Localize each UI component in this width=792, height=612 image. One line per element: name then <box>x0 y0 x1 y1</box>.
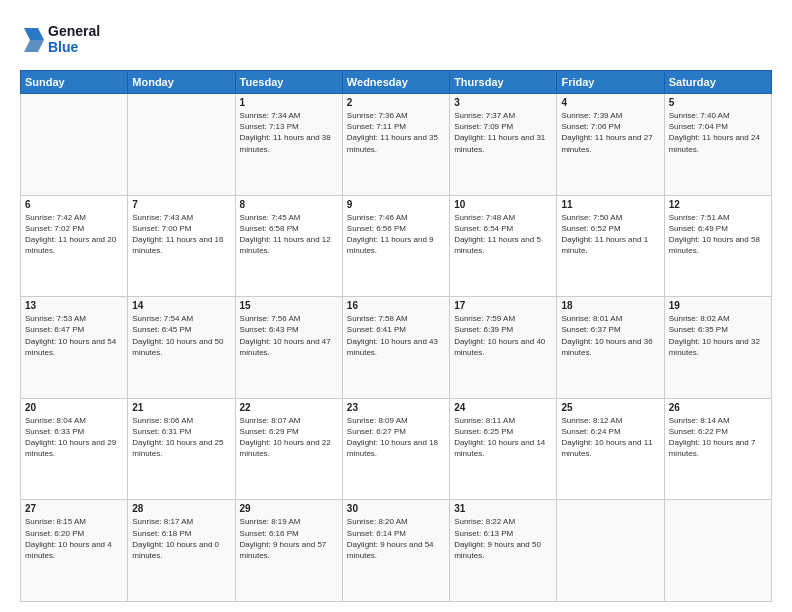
day-number: 15 <box>240 300 338 311</box>
day-info: Sunrise: 7:48 AM Sunset: 6:54 PM Dayligh… <box>454 212 552 257</box>
day-cell: 20Sunrise: 8:04 AM Sunset: 6:33 PM Dayli… <box>21 398 128 500</box>
day-number: 2 <box>347 97 445 108</box>
day-number: 21 <box>132 402 230 413</box>
day-cell: 6Sunrise: 7:42 AM Sunset: 7:02 PM Daylig… <box>21 195 128 297</box>
day-info: Sunrise: 7:34 AM Sunset: 7:13 PM Dayligh… <box>240 110 338 155</box>
day-header-friday: Friday <box>557 71 664 94</box>
day-cell: 22Sunrise: 8:07 AM Sunset: 6:29 PM Dayli… <box>235 398 342 500</box>
day-number: 23 <box>347 402 445 413</box>
day-number: 27 <box>25 503 123 514</box>
day-info: Sunrise: 7:46 AM Sunset: 6:56 PM Dayligh… <box>347 212 445 257</box>
day-cell: 16Sunrise: 7:58 AM Sunset: 6:41 PM Dayli… <box>342 297 449 399</box>
day-cell: 19Sunrise: 8:02 AM Sunset: 6:35 PM Dayli… <box>664 297 771 399</box>
day-cell: 3Sunrise: 7:37 AM Sunset: 7:09 PM Daylig… <box>450 94 557 196</box>
day-number: 9 <box>347 199 445 210</box>
day-cell: 14Sunrise: 7:54 AM Sunset: 6:45 PM Dayli… <box>128 297 235 399</box>
day-cell: 2Sunrise: 7:36 AM Sunset: 7:11 PM Daylig… <box>342 94 449 196</box>
day-header-tuesday: Tuesday <box>235 71 342 94</box>
day-info: Sunrise: 8:14 AM Sunset: 6:22 PM Dayligh… <box>669 415 767 460</box>
page: General Blue SundayMondayTuesdayWednesda… <box>0 0 792 612</box>
day-info: Sunrise: 8:15 AM Sunset: 6:20 PM Dayligh… <box>25 516 123 561</box>
day-cell: 24Sunrise: 8:11 AM Sunset: 6:25 PM Dayli… <box>450 398 557 500</box>
day-info: Sunrise: 7:59 AM Sunset: 6:39 PM Dayligh… <box>454 313 552 358</box>
day-number: 19 <box>669 300 767 311</box>
day-number: 6 <box>25 199 123 210</box>
week-row-5: 27Sunrise: 8:15 AM Sunset: 6:20 PM Dayli… <box>21 500 772 602</box>
day-number: 1 <box>240 97 338 108</box>
calendar: SundayMondayTuesdayWednesdayThursdayFrid… <box>20 70 772 602</box>
day-info: Sunrise: 7:42 AM Sunset: 7:02 PM Dayligh… <box>25 212 123 257</box>
day-info: Sunrise: 7:56 AM Sunset: 6:43 PM Dayligh… <box>240 313 338 358</box>
day-cell: 13Sunrise: 7:53 AM Sunset: 6:47 PM Dayli… <box>21 297 128 399</box>
day-number: 17 <box>454 300 552 311</box>
day-cell: 15Sunrise: 7:56 AM Sunset: 6:43 PM Dayli… <box>235 297 342 399</box>
svg-text:General: General <box>48 23 100 39</box>
day-number: 7 <box>132 199 230 210</box>
day-info: Sunrise: 8:02 AM Sunset: 6:35 PM Dayligh… <box>669 313 767 358</box>
day-cell: 21Sunrise: 8:06 AM Sunset: 6:31 PM Dayli… <box>128 398 235 500</box>
day-info: Sunrise: 7:58 AM Sunset: 6:41 PM Dayligh… <box>347 313 445 358</box>
day-info: Sunrise: 7:36 AM Sunset: 7:11 PM Dayligh… <box>347 110 445 155</box>
day-cell <box>557 500 664 602</box>
day-info: Sunrise: 7:43 AM Sunset: 7:00 PM Dayligh… <box>132 212 230 257</box>
day-cell: 8Sunrise: 7:45 AM Sunset: 6:58 PM Daylig… <box>235 195 342 297</box>
day-number: 16 <box>347 300 445 311</box>
day-number: 11 <box>561 199 659 210</box>
day-info: Sunrise: 8:11 AM Sunset: 6:25 PM Dayligh… <box>454 415 552 460</box>
day-cell: 17Sunrise: 7:59 AM Sunset: 6:39 PM Dayli… <box>450 297 557 399</box>
day-cell: 10Sunrise: 7:48 AM Sunset: 6:54 PM Dayli… <box>450 195 557 297</box>
day-number: 13 <box>25 300 123 311</box>
day-cell: 29Sunrise: 8:19 AM Sunset: 6:16 PM Dayli… <box>235 500 342 602</box>
day-number: 28 <box>132 503 230 514</box>
day-info: Sunrise: 8:22 AM Sunset: 6:13 PM Dayligh… <box>454 516 552 561</box>
day-cell <box>128 94 235 196</box>
day-info: Sunrise: 7:40 AM Sunset: 7:04 PM Dayligh… <box>669 110 767 155</box>
day-number: 5 <box>669 97 767 108</box>
day-cell: 30Sunrise: 8:20 AM Sunset: 6:14 PM Dayli… <box>342 500 449 602</box>
day-info: Sunrise: 7:51 AM Sunset: 6:49 PM Dayligh… <box>669 212 767 257</box>
day-info: Sunrise: 8:20 AM Sunset: 6:14 PM Dayligh… <box>347 516 445 561</box>
day-cell <box>21 94 128 196</box>
day-cell: 4Sunrise: 7:39 AM Sunset: 7:06 PM Daylig… <box>557 94 664 196</box>
day-cell <box>664 500 771 602</box>
calendar-table: SundayMondayTuesdayWednesdayThursdayFrid… <box>20 70 772 602</box>
day-cell: 9Sunrise: 7:46 AM Sunset: 6:56 PM Daylig… <box>342 195 449 297</box>
day-info: Sunrise: 8:07 AM Sunset: 6:29 PM Dayligh… <box>240 415 338 460</box>
day-number: 29 <box>240 503 338 514</box>
day-info: Sunrise: 8:09 AM Sunset: 6:27 PM Dayligh… <box>347 415 445 460</box>
day-cell: 7Sunrise: 7:43 AM Sunset: 7:00 PM Daylig… <box>128 195 235 297</box>
day-info: Sunrise: 8:12 AM Sunset: 6:24 PM Dayligh… <box>561 415 659 460</box>
day-number: 31 <box>454 503 552 514</box>
day-info: Sunrise: 7:37 AM Sunset: 7:09 PM Dayligh… <box>454 110 552 155</box>
day-number: 14 <box>132 300 230 311</box>
day-cell: 27Sunrise: 8:15 AM Sunset: 6:20 PM Dayli… <box>21 500 128 602</box>
day-header-thursday: Thursday <box>450 71 557 94</box>
day-header-monday: Monday <box>128 71 235 94</box>
svg-text:Blue: Blue <box>48 39 79 55</box>
day-info: Sunrise: 8:19 AM Sunset: 6:16 PM Dayligh… <box>240 516 338 561</box>
day-number: 26 <box>669 402 767 413</box>
day-number: 20 <box>25 402 123 413</box>
day-number: 18 <box>561 300 659 311</box>
day-number: 24 <box>454 402 552 413</box>
day-cell: 18Sunrise: 8:01 AM Sunset: 6:37 PM Dayli… <box>557 297 664 399</box>
day-number: 4 <box>561 97 659 108</box>
day-info: Sunrise: 8:06 AM Sunset: 6:31 PM Dayligh… <box>132 415 230 460</box>
header-row: SundayMondayTuesdayWednesdayThursdayFrid… <box>21 71 772 94</box>
svg-marker-3 <box>24 40 44 52</box>
day-info: Sunrise: 8:17 AM Sunset: 6:18 PM Dayligh… <box>132 516 230 561</box>
week-row-4: 20Sunrise: 8:04 AM Sunset: 6:33 PM Dayli… <box>21 398 772 500</box>
logo-svg: General Blue <box>20 20 110 60</box>
day-info: Sunrise: 7:45 AM Sunset: 6:58 PM Dayligh… <box>240 212 338 257</box>
day-cell: 5Sunrise: 7:40 AM Sunset: 7:04 PM Daylig… <box>664 94 771 196</box>
day-number: 25 <box>561 402 659 413</box>
day-cell: 25Sunrise: 8:12 AM Sunset: 6:24 PM Dayli… <box>557 398 664 500</box>
day-number: 12 <box>669 199 767 210</box>
day-number: 22 <box>240 402 338 413</box>
day-number: 8 <box>240 199 338 210</box>
day-info: Sunrise: 8:01 AM Sunset: 6:37 PM Dayligh… <box>561 313 659 358</box>
day-number: 30 <box>347 503 445 514</box>
day-info: Sunrise: 7:39 AM Sunset: 7:06 PM Dayligh… <box>561 110 659 155</box>
day-number: 10 <box>454 199 552 210</box>
day-cell: 31Sunrise: 8:22 AM Sunset: 6:13 PM Dayli… <box>450 500 557 602</box>
